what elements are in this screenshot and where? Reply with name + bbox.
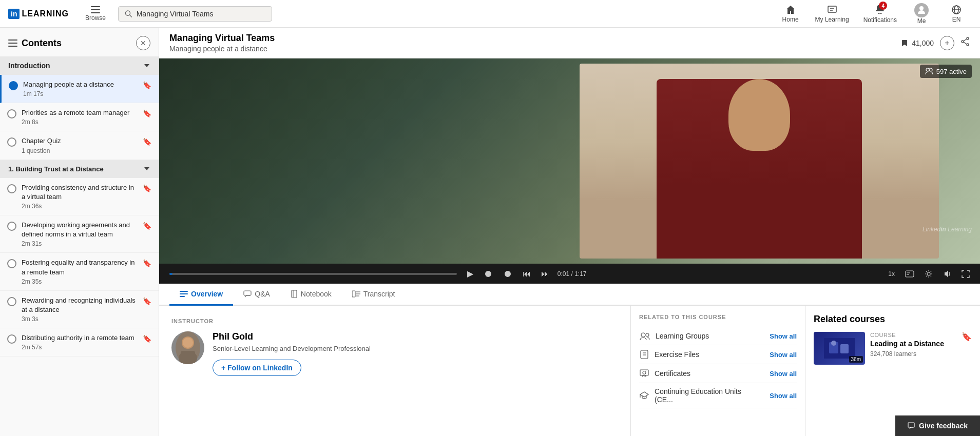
follow-linkedin-button[interactable]: + Follow on LinkedIn	[213, 360, 301, 376]
related-education-label: Continuing Education Units (CE...	[655, 387, 761, 404]
prev-chapter-button[interactable]: ⏮	[521, 268, 533, 280]
related-item-certs[interactable]: Certificates Show all	[639, 364, 797, 383]
sidebar-item-4[interactable]: Developing working agreements and define…	[0, 215, 159, 253]
svg-point-52	[831, 341, 836, 346]
sidebar-item-6[interactable]: Rewarding and recognizing individuals at…	[0, 291, 159, 328]
svg-rect-47	[640, 370, 648, 375]
video-frame: 597 active Linkedin Learning	[159, 58, 980, 264]
related-item-files[interactable]: Exercise Files Show all	[639, 345, 797, 364]
svg-point-48	[643, 371, 646, 374]
sidebar-item-3[interactable]: Providing consistency and structure in a…	[0, 178, 159, 215]
sidebar-close-button[interactable]: ✕	[136, 36, 150, 50]
bookmark-icon[interactable]: 🔖	[143, 184, 151, 192]
feedback-icon	[908, 422, 915, 429]
course-bookmark-icon[interactable]: 🔖	[962, 332, 972, 365]
share-button[interactable]	[960, 37, 970, 49]
volume-button[interactable]	[941, 269, 953, 279]
related-files-label: Exercise Files	[655, 350, 761, 359]
sidebar-item-7[interactable]: Distributing authority in a remote team …	[0, 328, 159, 356]
bookmark-icon[interactable]: 🔖	[143, 259, 151, 267]
svg-rect-29	[180, 296, 185, 297]
search-icon	[125, 10, 132, 18]
add-button[interactable]: +	[940, 36, 954, 50]
tab-notebook[interactable]: Notebook	[280, 284, 342, 306]
me-label: Me	[917, 17, 926, 25]
home-nav-item[interactable]: Home	[775, 5, 806, 23]
item-circle	[9, 81, 18, 90]
svg-rect-27	[180, 291, 188, 292]
my-learning-nav-item[interactable]: My Learning	[810, 5, 854, 23]
tab-qa[interactable]: Q&A	[233, 284, 280, 306]
sidebar-item-2[interactable]: Chapter Quiz 1 question 🔖	[0, 131, 159, 160]
item-circle	[7, 222, 16, 231]
my-learning-label: My Learning	[815, 16, 849, 23]
language-nav-item[interactable]: EN	[941, 5, 972, 23]
exercise-files-icon	[639, 349, 649, 360]
show-all-groups[interactable]: Show all	[770, 332, 797, 340]
related-item-groups[interactable]: Learning Groups Show all	[639, 327, 797, 345]
forward-button[interactable]	[501, 268, 514, 280]
show-all-education[interactable]: Show all	[770, 392, 797, 400]
course-name: Leading at a Distance	[870, 339, 956, 348]
sidebar-item-5[interactable]: Fostering equality and transparency in a…	[0, 253, 159, 290]
video-controls: ▶ 15 ⏮ ⏭ 0:01 / 1:17 1x	[159, 264, 980, 284]
overview-icon	[180, 290, 188, 298]
show-all-certs[interactable]: Show all	[770, 370, 797, 378]
bookmark-count: 41,000	[900, 39, 934, 47]
give-feedback-button[interactable]: Give feedback	[895, 415, 980, 436]
instructor-card: Phil Gold Senior-Level Learning and Deve…	[171, 331, 618, 376]
svg-rect-12	[8, 39, 17, 41]
svg-point-8	[919, 6, 924, 10]
svg-rect-5	[828, 6, 836, 12]
item-circle	[7, 259, 16, 268]
play-button[interactable]: ▶	[465, 268, 475, 280]
watermark: Linkedin Learning	[923, 226, 972, 233]
section-title-intro: Introduction	[8, 62, 50, 70]
browse-button[interactable]: Browse	[81, 6, 110, 22]
bookmark-icon[interactable]: 🔖	[143, 81, 151, 89]
course-thumbnail: 36m	[814, 332, 865, 365]
related-item-education[interactable]: Continuing Education Units (CE... Show a…	[639, 383, 797, 408]
tab-overview[interactable]: Overview	[169, 284, 233, 306]
sidebar: Contents ✕ Introduction Managing people …	[0, 28, 159, 436]
section-header-1[interactable]: 1. Building Trust at a Distance	[0, 160, 159, 178]
captions-button[interactable]	[903, 269, 916, 279]
next-chapter-button[interactable]: ⏭	[539, 268, 551, 280]
svg-point-20	[926, 68, 929, 71]
bookmark-icon[interactable]: 🔖	[143, 109, 151, 117]
svg-rect-2	[91, 12, 100, 13]
sidebar-item-0[interactable]: Managing people at a distance 1m 17s 🔖	[0, 75, 159, 103]
notifications-nav-item[interactable]: 4 Notifications	[858, 4, 902, 24]
svg-rect-49	[824, 338, 855, 359]
bookmark-icon[interactable]: 🔖	[143, 137, 151, 146]
video-title: Managing Virtual Teams	[169, 33, 275, 44]
item-circle	[7, 297, 16, 306]
instructor-avatar-img	[176, 331, 200, 364]
bookmark-icon[interactable]: 🔖	[143, 297, 151, 305]
sidebar-item-1[interactable]: Priorities as a remote team manager 2m 8…	[0, 103, 159, 131]
bookmark-icon[interactable]: 🔖	[143, 222, 151, 230]
bottom-content: INSTRUCTOR Phil Gold Senior-Level	[159, 306, 980, 436]
svg-rect-30	[244, 291, 251, 295]
section-header-intro[interactable]: Introduction	[0, 56, 159, 75]
video-player[interactable]: 597 active Linkedin Learning ▶ 15 ⏮ ⏭	[159, 58, 980, 284]
logo[interactable]: in LEARNING	[8, 9, 69, 19]
rewind-button[interactable]: 15	[482, 268, 495, 280]
fullscreen-button[interactable]	[959, 269, 972, 279]
show-all-files[interactable]: Show all	[770, 351, 797, 359]
svg-point-17	[962, 41, 964, 43]
svg-rect-28	[180, 293, 188, 294]
search-bar[interactable]	[118, 6, 272, 22]
search-input[interactable]	[137, 10, 265, 18]
globe-icon	[951, 5, 962, 15]
progress-bar[interactable]	[169, 273, 457, 275]
tab-transcript[interactable]: Transcript	[342, 284, 406, 306]
qa-icon	[243, 290, 252, 298]
bookmark-icon[interactable]: 🔖	[143, 334, 151, 343]
me-nav-item[interactable]: Me	[906, 3, 937, 25]
sidebar-header: Contents ✕	[0, 28, 159, 56]
notifications-label: Notifications	[863, 16, 897, 24]
settings-button[interactable]	[923, 269, 935, 279]
speed-button[interactable]: 1x	[886, 269, 897, 279]
course-card-0[interactable]: 36m COURSE Leading at a Distance 324,708…	[814, 332, 972, 365]
